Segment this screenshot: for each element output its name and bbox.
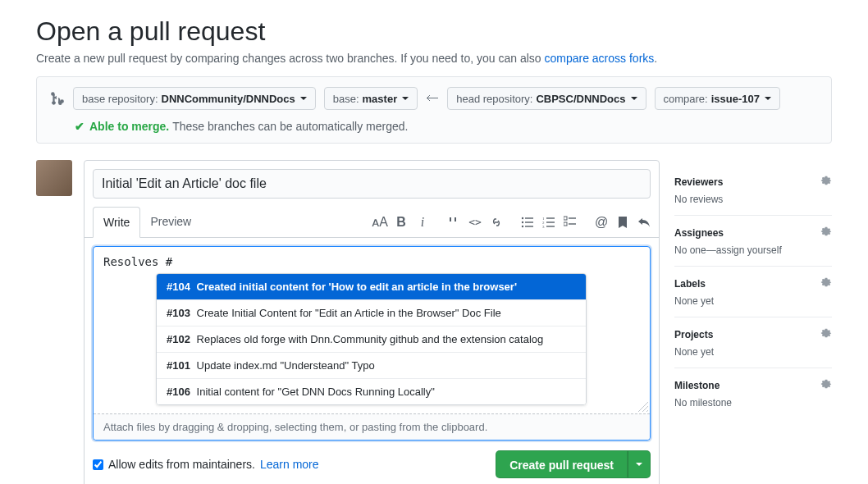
svg-rect-13 (569, 217, 576, 218)
resize-handle-icon[interactable] (638, 402, 648, 412)
merge-msg-text: These branches can be automatically merg… (172, 120, 408, 133)
gear-icon[interactable] (820, 276, 832, 290)
merge-able-text: Able to merge. (89, 120, 169, 133)
issue-title: Initial content for "Get DNN Docs Runnin… (194, 386, 435, 398)
heading-icon[interactable]: ᴀA (373, 216, 386, 229)
issue-suggest-item[interactable]: #102 Replaces old forge with Dnn.Communi… (157, 326, 586, 352)
compare-box: base repository: DNNCommunity/DNNDocs ba… (36, 76, 832, 144)
editor-tabs: Write Preview ᴀA B i <> 123 (85, 207, 659, 238)
svg-rect-14 (564, 222, 567, 226)
sidebar: Reviewers No reviews Assignees No one—as… (674, 160, 832, 484)
issue-number: #106 (167, 386, 190, 398)
base-branch-dropdown[interactable]: base: master (324, 87, 418, 110)
chevron-down-icon (300, 97, 307, 100)
svg-point-0 (522, 217, 523, 218)
pr-body-editor[interactable]: Resolves # #104 Created initial content … (93, 246, 651, 441)
chevron-down-icon (402, 97, 409, 100)
compare-branch-dropdown[interactable]: compare: issue-107 (655, 87, 780, 110)
svg-rect-12 (564, 217, 567, 220)
issue-suggest-item[interactable]: #103 Create Initial Content for "Edit an… (157, 299, 586, 326)
svg-rect-1 (525, 217, 533, 218)
reply-icon[interactable] (637, 216, 651, 229)
allow-edits-checkbox-label[interactable]: Allow edits from maintainers. Learn more (93, 458, 319, 471)
svg-rect-3 (525, 221, 533, 222)
page-subtitle: Create a new pull request by comparing c… (36, 52, 832, 65)
tab-write[interactable]: Write (93, 207, 140, 238)
bold-icon[interactable]: B (395, 216, 408, 229)
issue-title: Replaces old forge with Dnn.Community gi… (194, 333, 543, 345)
sidebar-milestone-title: Milestone (674, 380, 720, 391)
compare-across-forks-link[interactable]: compare across forks (544, 52, 654, 65)
issue-suggest-item[interactable]: #106 Initial content for "Get DNN Docs R… (157, 378, 586, 404)
subtitle-text: Create a new pull request by comparing c… (36, 52, 544, 65)
issue-title: Update index.md "Understeand" Typo (194, 359, 375, 372)
issue-title: Created initial content for 'How to edit… (194, 281, 517, 293)
issue-suggest-item[interactable]: #104 Created initial content for 'How to… (157, 274, 586, 299)
svg-rect-15 (569, 223, 576, 224)
unordered-list-icon[interactable] (521, 216, 534, 229)
allow-edits-checkbox[interactable] (93, 459, 103, 470)
svg-rect-11 (546, 226, 555, 226)
issue-number: #102 (167, 333, 190, 345)
sidebar-milestone-value: No milestone (674, 397, 832, 409)
allow-edits-text: Allow edits from maintainers. (108, 458, 255, 471)
learn-more-link[interactable]: Learn more (260, 458, 319, 471)
link-icon[interactable] (490, 216, 503, 229)
compare-icon (50, 91, 65, 106)
assign-yourself-link[interactable]: assign yourself (716, 244, 782, 256)
tab-preview[interactable]: Preview (140, 207, 201, 238)
pr-title-input[interactable] (93, 169, 651, 199)
avatar[interactable] (36, 160, 72, 196)
issue-title: Create Initial Content for "Edit an Arti… (194, 307, 501, 319)
sidebar-projects-value: None yet (674, 346, 832, 358)
sidebar-assignees-title: Assignees (674, 227, 724, 239)
chevron-down-icon (765, 97, 771, 100)
svg-text:3: 3 (542, 225, 545, 229)
sidebar-reviewers-title: Reviewers (674, 176, 723, 188)
issue-suggest-list: #104 Created initial content for 'How to… (156, 273, 587, 405)
svg-point-2 (522, 221, 523, 222)
body-text: Resolves # (103, 255, 640, 268)
create-pull-request-dropdown[interactable] (628, 450, 651, 478)
chevron-down-icon (636, 463, 642, 466)
svg-rect-7 (546, 217, 555, 218)
sidebar-labels-value: None yet (674, 295, 832, 307)
page-title: Open a pull request (36, 16, 832, 47)
gear-icon[interactable] (820, 226, 832, 240)
issue-number: #103 (167, 307, 190, 319)
sidebar-reviewers-value: No reviews (674, 194, 832, 205)
arrow-left-icon: 🡐 (426, 91, 439, 106)
subtitle-text-post: . (654, 52, 657, 65)
merge-status: ✔ Able to merge. These branches can be a… (75, 120, 818, 133)
issue-number: #101 (167, 359, 190, 372)
svg-rect-9 (546, 221, 555, 222)
sidebar-projects-title: Projects (674, 329, 713, 340)
sidebar-assignees-value: No one—assign yourself (674, 244, 832, 256)
check-icon: ✔ (75, 120, 85, 133)
gear-icon[interactable] (820, 175, 832, 189)
svg-rect-5 (525, 226, 533, 226)
task-list-icon[interactable] (564, 216, 577, 229)
chevron-down-icon (631, 97, 637, 100)
issue-number: #104 (167, 281, 190, 293)
quote-icon[interactable] (447, 216, 460, 229)
gear-icon[interactable] (820, 327, 832, 341)
markdown-toolbar: ᴀA B i <> 123 @ (373, 216, 651, 229)
create-pull-request-button[interactable]: Create pull request (496, 450, 628, 478)
mention-icon[interactable]: @ (595, 216, 608, 229)
code-icon[interactable]: <> (468, 216, 482, 229)
italic-icon[interactable]: i (416, 216, 429, 229)
gear-icon[interactable] (820, 378, 832, 392)
issue-suggest-item[interactable]: #101 Update index.md "Understeand" Typo (157, 352, 586, 378)
sidebar-labels-title: Labels (674, 278, 706, 290)
attach-files-bar[interactable]: Attach files by dragging & dropping, sel… (94, 413, 650, 440)
head-repo-dropdown[interactable]: head repository: CBPSC/DNNDocs (447, 87, 646, 110)
bookmark-icon[interactable] (616, 216, 629, 229)
base-repo-dropdown[interactable]: base repository: DNNCommunity/DNNDocs (73, 87, 316, 110)
ordered-list-icon[interactable]: 123 (542, 216, 555, 229)
comment-editor: Write Preview ᴀA B i <> 123 (84, 160, 660, 484)
svg-point-4 (522, 225, 523, 226)
